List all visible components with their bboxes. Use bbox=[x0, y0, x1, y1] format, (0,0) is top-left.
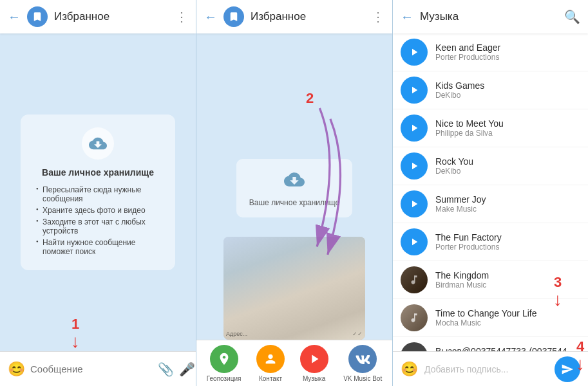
panel1-card-list: Пересылайте сюда нужные сообщения Хранит… bbox=[36, 184, 160, 257]
panel1-header: ← Избранное ⋮ bbox=[0, 0, 196, 33]
music-title-0: Keen and Eager bbox=[435, 42, 580, 53]
contact-label: Контакт bbox=[259, 375, 282, 382]
list-item: Заходите в этот чат с любых устройств bbox=[36, 216, 160, 237]
music-title-3: Rock You bbox=[435, 156, 580, 167]
panel1-cloud-icon bbox=[82, 127, 114, 160]
music-artist-3: DeKibo bbox=[435, 167, 580, 176]
list-item: Найти нужное сообщение поможет поиск bbox=[36, 237, 160, 257]
panel1-emoji-button[interactable]: 😊 bbox=[8, 361, 25, 378]
music-item-fun-factory[interactable]: The Fun Factory Porter Productions bbox=[393, 223, 588, 261]
music-item-nice-meet[interactable]: Nice to Meet You Philippe da Silva bbox=[393, 109, 588, 147]
panel3-search-button[interactable]: 🔍 bbox=[564, 9, 580, 24]
bookmark-icon bbox=[32, 11, 43, 23]
music-title-8: Вызов@00375447733-(00375447333232... bbox=[435, 346, 580, 351]
music-item-kids-games[interactable]: Kids Games DeKibo bbox=[393, 71, 588, 109]
panel1-input-area: 😊 📎 🎤 bbox=[0, 351, 196, 386]
music-avatar-8 bbox=[401, 342, 428, 351]
panel1-title: Избранное bbox=[54, 10, 175, 23]
music-avatar-0 bbox=[401, 39, 428, 66]
music-info-1: Kids Games DeKibo bbox=[435, 80, 580, 100]
panel2-cloud-text: Ваше личное хранилище bbox=[247, 198, 342, 207]
music-avatar-6 bbox=[401, 266, 428, 293]
music-title-1: Kids Games bbox=[435, 80, 580, 91]
music-title-5: The Fun Factory bbox=[435, 232, 580, 243]
panel2-toolbar: Геопозиция Контакт Музыка bbox=[196, 340, 392, 386]
music-artist-1: DeKibo bbox=[435, 91, 580, 100]
panel3-back-button[interactable]: ← bbox=[401, 10, 413, 24]
vk-label: VK Music Bot bbox=[343, 375, 382, 382]
music-title-7: Time to Change Your Life bbox=[435, 308, 580, 318]
music-info-0: Keen and Eager Porter Productions bbox=[435, 42, 580, 62]
panel-2: ← Избранное ⋮ Ваше личное хранили bbox=[196, 0, 393, 386]
panel2-cloud-card: Ваше личное хранилище bbox=[236, 159, 352, 217]
music-avatar-1 bbox=[401, 77, 428, 104]
arrow-down-3: ↓ bbox=[553, 291, 562, 309]
vk-icon bbox=[348, 345, 377, 373]
music-icon bbox=[300, 345, 328, 373]
panel1-message-input[interactable] bbox=[30, 363, 153, 374]
list-item: Пересылайте сюда нужные сообщения bbox=[36, 184, 160, 205]
panel1-back-button[interactable]: ← bbox=[8, 10, 21, 24]
list-item: Храните здесь фото и видео bbox=[36, 205, 160, 216]
toolbar-music-button[interactable]: Музыка bbox=[300, 345, 328, 382]
bookmark-icon-2 bbox=[228, 11, 240, 23]
music-item-summer-joy[interactable]: Summer Joy Make Music bbox=[393, 185, 588, 223]
panel1-menu-button[interactable]: ⋮ bbox=[175, 9, 188, 24]
music-artist-7: Mocha Music bbox=[435, 318, 580, 327]
panel1-mic-button[interactable]: 🎤 bbox=[179, 362, 195, 377]
music-info-7: Time to Change Your Life Mocha Music bbox=[435, 308, 580, 327]
panel2-chat-area: Ваше личное хранилище Адрес... ✓✓ bbox=[196, 33, 392, 340]
music-info-2: Nice to Meet You Philippe da Silva bbox=[435, 118, 580, 138]
music-item-keen-eager[interactable]: Keen and Eager Porter Productions bbox=[393, 33, 588, 71]
panel3-input-area: 😊 Добавить подпись... bbox=[393, 351, 588, 386]
music-artist-4: Make Music bbox=[435, 205, 580, 214]
panel-3: ← Музыка 🔍 Keen and Eager Porter Product… bbox=[393, 0, 588, 386]
music-artist-2: Philippe da Silva bbox=[435, 129, 580, 138]
panel1-card-title: Ваше личное хранилище bbox=[36, 167, 160, 178]
music-avatar-2 bbox=[401, 115, 428, 142]
music-info-4: Summer Joy Make Music bbox=[435, 194, 580, 214]
music-avatar-7 bbox=[401, 304, 428, 331]
send-icon bbox=[561, 363, 574, 376]
panel2-back-button[interactable]: ← bbox=[204, 10, 217, 24]
cloud-icon-2 bbox=[247, 169, 342, 194]
panel1-avatar bbox=[27, 6, 48, 27]
panel2-image-content: Адрес... ✓✓ bbox=[223, 237, 365, 340]
contact-icon bbox=[256, 345, 285, 373]
panel-1: ← Избранное ⋮ Ваше личное хранилище Пере… bbox=[0, 0, 196, 386]
panel3-emoji-button[interactable]: 😊 bbox=[401, 361, 418, 378]
panel2-header: ← Избранное ⋮ bbox=[196, 0, 392, 33]
geo-label: Геопозиция bbox=[207, 375, 242, 382]
panel2-title: Избранное bbox=[251, 10, 372, 23]
toolbar-vk-button[interactable]: VK Music Bot bbox=[343, 345, 382, 382]
panel3-title: Музыка bbox=[420, 10, 564, 23]
panel1-attach-button[interactable]: 📎 bbox=[158, 362, 174, 377]
music-avatar-4 bbox=[401, 190, 428, 217]
music-artist-0: Porter Productions bbox=[435, 53, 580, 62]
panel3-header: ← Музыка 🔍 bbox=[393, 0, 588, 33]
arrow-down-4: ↓ bbox=[576, 355, 585, 373]
panel2-menu-button[interactable]: ⋮ bbox=[372, 9, 384, 24]
panel2-avatar bbox=[223, 6, 244, 27]
music-avatar-5 bbox=[401, 228, 428, 255]
annotation-4: 4 ↓ bbox=[576, 338, 585, 373]
annotation-1: 1 ↓ bbox=[71, 316, 80, 351]
panel2-message-image: Адрес... ✓✓ bbox=[223, 237, 365, 340]
music-title-2: Nice to Meet You bbox=[435, 118, 580, 129]
music-info-3: Rock You DeKibo bbox=[435, 156, 580, 176]
music-artist-5: Porter Productions bbox=[435, 243, 580, 252]
music-item-rock-you[interactable]: Rock You DeKibo bbox=[393, 147, 588, 185]
music-item-call[interactable]: Вызов@00375447733-(00375447333232... <un… bbox=[393, 337, 588, 351]
music-label: Музыка bbox=[303, 375, 325, 382]
geo-icon bbox=[210, 345, 238, 373]
panel1-info-card: Ваше личное хранилище Пересылайте сюда н… bbox=[21, 115, 175, 270]
panel1-chat-content: Ваше личное хранилище Пересылайте сюда н… bbox=[0, 33, 196, 351]
toolbar-geo-button[interactable]: Геопозиция bbox=[207, 345, 242, 382]
music-title-4: Summer Joy bbox=[435, 194, 580, 205]
annotation-3: 3 ↓ bbox=[553, 274, 562, 309]
panel3-input-placeholder: Добавить подпись... bbox=[424, 364, 555, 374]
music-avatar-3 bbox=[401, 152, 428, 179]
toolbar-contact-button[interactable]: Контакт bbox=[256, 345, 285, 382]
annotation-2: 2 bbox=[306, 90, 314, 107]
music-info-5: The Fun Factory Porter Productions bbox=[435, 232, 580, 252]
